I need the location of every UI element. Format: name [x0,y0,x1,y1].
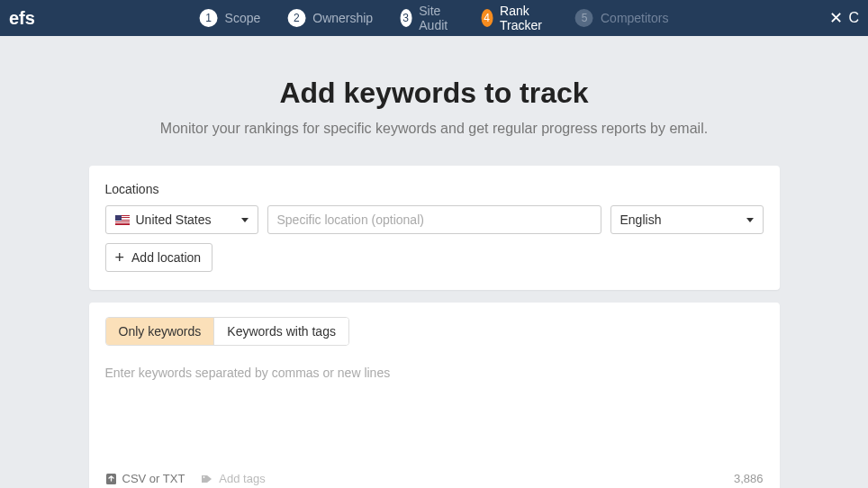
keywords-footer: CSV or TXT Add tags 3,886 [105,472,764,485]
step-label: Scope [225,11,261,25]
header-bar: efs 1 Scope 2 Ownership 3 Site Audit 4 R… [0,0,868,36]
step-number: 3 [400,9,411,27]
keyword-count: 3,886 [734,472,764,485]
add-tags-label: Add tags [219,472,265,485]
close-icon: ✕ [829,8,843,28]
upload-csv-button[interactable]: CSV or TXT [105,472,185,485]
language-value: English [620,212,662,227]
svg-point-1 [203,476,205,478]
page-title: Add keywords to track [279,77,588,110]
tag-icon [201,474,213,484]
step-number: 5 [575,9,593,27]
chevron-down-icon [746,218,754,222]
locations-label: Locations [105,182,764,196]
specific-location-input[interactable] [267,205,601,234]
location-row: United States English [105,205,764,234]
tab-only-keywords[interactable]: Only keywords [106,318,214,345]
chevron-down-icon [241,218,249,222]
step-label: Competitors [601,11,668,25]
step-ownership[interactable]: 2 Ownership [287,4,373,32]
locations-card: Locations United States English + Add lo… [89,166,780,290]
flag-icon [115,215,130,225]
step-scope[interactable]: 1 Scope [200,4,261,32]
plus-icon: + [115,249,125,266]
main-content: Add keywords to track Monitor your ranki… [0,36,868,488]
country-value: United States [136,212,212,227]
step-label: Rank Tracker [500,4,548,32]
close-button[interactable]: ✕ C [829,8,859,28]
step-rank-tracker[interactable]: 4 Rank Tracker [481,4,548,32]
footer-actions: CSV or TXT Add tags [105,472,266,485]
keywords-card: Only keywords Keywords with tags CSV or … [89,303,780,488]
step-number: 4 [481,9,493,27]
wizard-steps: 1 Scope 2 Ownership 3 Site Audit 4 Rank … [200,4,669,32]
upload-icon [105,473,117,485]
close-label: C [848,10,859,26]
add-location-button[interactable]: + Add location [105,243,213,272]
step-label: Ownership [312,11,373,25]
csv-label: CSV or TXT [122,472,185,485]
country-select[interactable]: United States [105,205,258,234]
step-competitors: 5 Competitors [575,4,668,32]
language-select[interactable]: English [610,205,764,234]
step-number: 2 [287,9,305,27]
add-tags-button[interactable]: Add tags [201,472,265,485]
keywords-tabs: Only keywords Keywords with tags [105,317,349,346]
step-site-audit[interactable]: 3 Site Audit [400,4,454,32]
logo: efs [9,8,35,29]
keywords-textarea[interactable] [105,366,764,465]
step-number: 1 [200,9,218,27]
add-location-label: Add location [131,250,201,265]
tab-keywords-with-tags[interactable]: Keywords with tags [213,318,348,345]
step-label: Site Audit [419,4,454,32]
page-subtitle: Monitor your rankings for specific keywo… [160,121,708,137]
